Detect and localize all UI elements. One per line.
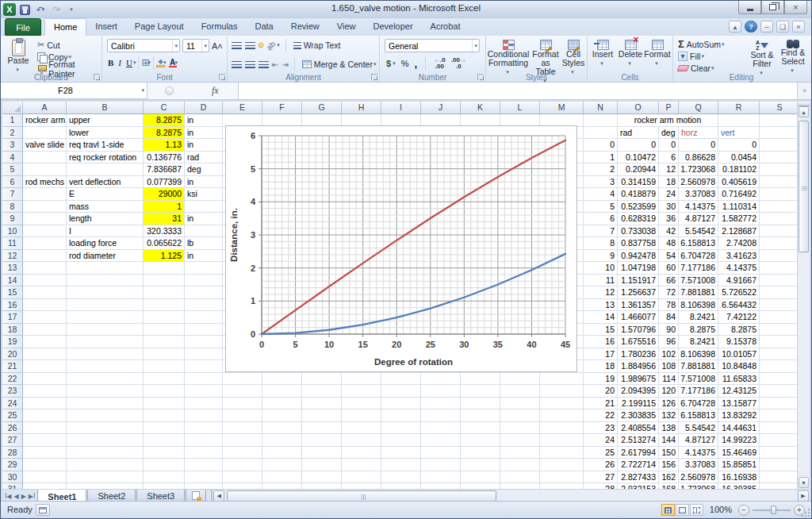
cell-K24[interactable] [461, 398, 500, 410]
cell-S30[interactable] [760, 471, 799, 484]
cell-Q23[interactable]: 7.177186 [679, 385, 718, 398]
cell-B26[interactable] [67, 422, 144, 435]
cell-O17[interactable]: 1.466077 [618, 311, 659, 324]
cell-O16[interactable]: 1.361357 [618, 299, 659, 312]
cell-R10[interactable]: 2.128687 [718, 225, 760, 238]
insert-function-icon[interactable]: fx [212, 85, 219, 97]
row-header-13[interactable]: 13 [2, 262, 23, 275]
cell-N31[interactable]: 28 [584, 483, 618, 489]
row-header-23[interactable]: 23 [2, 385, 23, 398]
cell-A2[interactable] [23, 127, 67, 140]
cell-P18[interactable]: 90 [659, 324, 679, 336]
cell-M25[interactable] [540, 409, 584, 422]
column-header-R[interactable]: R [718, 102, 760, 114]
alignment-dialog-launcher-icon[interactable] [371, 74, 377, 80]
row-header-10[interactable]: 10 [2, 225, 23, 238]
accounting-format-button[interactable]: $ [386, 59, 391, 68]
cell-D21[interactable] [185, 360, 223, 373]
cell-N19[interactable]: 16 [584, 336, 618, 348]
cell-O10[interactable]: 0.733038 [618, 225, 659, 238]
cell-P25[interactable]: 132 [659, 409, 679, 422]
cell-O27[interactable]: 2.513274 [618, 434, 659, 447]
cell-D10[interactable] [185, 225, 223, 238]
cell-O30[interactable]: 2.827433 [618, 471, 659, 484]
cell-O7[interactable]: 0.418879 [618, 188, 659, 201]
middle-align-icon[interactable] [245, 42, 255, 49]
cell-G29[interactable] [302, 459, 342, 471]
cell-P19[interactable]: 96 [659, 336, 679, 348]
horizontal-scroll-thumb[interactable] [227, 490, 496, 502]
cell-L29[interactable] [500, 459, 540, 471]
increase-indent-icon[interactable]: ⇥ [282, 60, 288, 69]
scroll-up-icon[interactable]: ▲ [799, 106, 809, 117]
cell-M23[interactable] [540, 385, 584, 398]
cell-B15[interactable] [67, 286, 144, 299]
cell-S5[interactable] [760, 163, 799, 176]
minimize-button[interactable] [738, 1, 761, 14]
cell-C5[interactable]: 7.836687 [144, 163, 185, 176]
scroll-left-icon[interactable]: ◀ [213, 490, 224, 502]
cell-P14[interactable]: 66 [659, 275, 679, 287]
cell-R12[interactable]: 3.41623 [718, 250, 760, 263]
cell-E23[interactable] [223, 385, 262, 398]
prev-sheet-icon[interactable]: ◀ [14, 493, 19, 500]
cell-J23[interactable] [421, 385, 461, 398]
cell-M28[interactable] [540, 447, 584, 459]
cell-S14[interactable] [760, 275, 799, 287]
cell-C29[interactable] [144, 459, 185, 471]
column-header-P[interactable]: P [659, 102, 679, 114]
cell-B10[interactable]: I [67, 225, 144, 238]
cut-button[interactable]: ✂Cut [36, 39, 102, 51]
cell-G22[interactable] [302, 373, 342, 386]
cell-Q13[interactable]: 7.177186 [679, 262, 718, 275]
cell-D29[interactable] [185, 459, 223, 471]
cell-B13[interactable] [67, 262, 144, 275]
cell-A18[interactable] [23, 324, 67, 336]
clear-button[interactable]: Clear▾ [676, 62, 726, 74]
cell-G31[interactable] [302, 483, 342, 489]
cell-O24[interactable]: 2.199115 [618, 398, 659, 410]
cell-P10[interactable]: 42 [659, 225, 679, 238]
format-cells-button[interactable]: Format▾ [644, 37, 671, 67]
cell-O2[interactable]: rad [618, 127, 659, 140]
cell-R4[interactable]: 0.0454 [718, 152, 760, 164]
cell-O5[interactable]: 0.20944 [618, 163, 659, 176]
cell-P17[interactable]: 84 [659, 311, 679, 324]
cell-D20[interactable] [185, 348, 223, 361]
cell-Q3[interactable]: 0 [679, 139, 718, 152]
cell-N14[interactable]: 11 [584, 275, 618, 287]
cell-O11[interactable]: 0.837758 [618, 237, 659, 250]
cell-O1[interactable]: rocker arm motion [618, 114, 718, 127]
cell-O29[interactable]: 2.722714 [618, 459, 659, 471]
cell-D22[interactable] [185, 373, 223, 386]
cell-P24[interactable]: 126 [659, 398, 679, 410]
cell-D31[interactable] [185, 483, 223, 489]
cell-R19[interactable]: 9.15378 [718, 336, 760, 348]
cell-K29[interactable] [461, 459, 500, 471]
cell-E27[interactable] [223, 434, 262, 447]
cell-Q12[interactable]: 6.704728 [679, 250, 718, 263]
cell-I22[interactable] [381, 373, 421, 386]
row-header-1[interactable]: 1 [2, 114, 23, 127]
cell-P26[interactable]: 138 [659, 422, 679, 435]
cell-O14[interactable]: 1.151917 [618, 275, 659, 287]
cell-P12[interactable]: 54 [659, 250, 679, 263]
cell-N30[interactable]: 27 [584, 471, 618, 484]
cell-A19[interactable] [23, 336, 67, 348]
cell-C6[interactable]: 0.077399 [144, 176, 185, 189]
row-header-6[interactable]: 6 [2, 176, 23, 189]
cell-C12[interactable]: 1.125 [144, 250, 185, 263]
macro-record-button[interactable] [36, 504, 50, 516]
help-icon[interactable]: ? [745, 21, 757, 33]
row-header-29[interactable]: 29 [2, 459, 23, 471]
cell-D13[interactable] [185, 262, 223, 275]
cell-R18[interactable]: 8.2875 [718, 324, 760, 336]
cell-N16[interactable]: 13 [584, 299, 618, 312]
cell-C11[interactable]: 0.065622 [144, 237, 185, 250]
cell-D26[interactable] [185, 422, 223, 435]
cell-A10[interactable] [23, 225, 67, 238]
workbook-restore-icon[interactable]: ❏ [776, 21, 789, 33]
cell-F24[interactable] [262, 398, 302, 410]
cell-N22[interactable]: 19 [584, 373, 618, 386]
cell-J25[interactable] [421, 409, 461, 422]
